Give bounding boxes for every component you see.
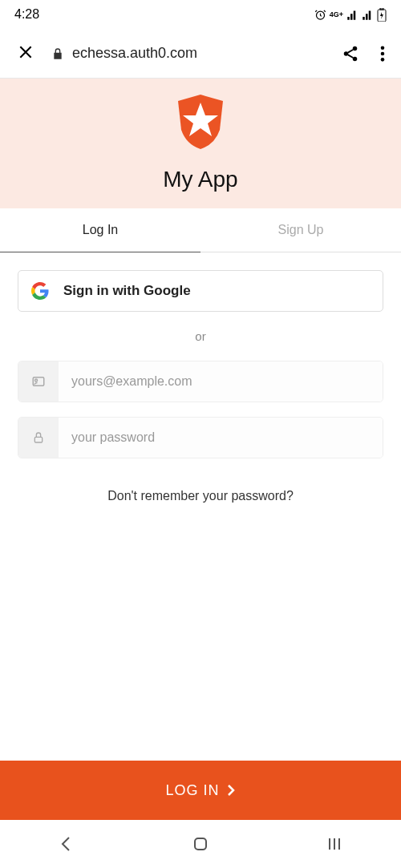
status-icons: 4G+ — [314, 8, 387, 22]
svg-rect-11 — [34, 437, 42, 442]
login-form: Sign in with Google or Don't remember yo… — [0, 252, 401, 521]
svg-point-7 — [381, 51, 385, 55]
close-icon[interactable] — [16, 42, 35, 65]
google-signin-label: Sign in with Google — [63, 283, 191, 299]
tab-signup[interactable]: Sign Up — [200, 208, 401, 252]
forgot-password-link[interactable]: Don't remember your password? — [18, 489, 383, 503]
url-bar[interactable]: echessa.auth0.com — [51, 45, 326, 62]
svg-point-5 — [353, 56, 358, 61]
app-title: My App — [163, 167, 237, 192]
network-type: 4G+ — [330, 10, 343, 18]
google-signin-button[interactable]: Sign in with Google — [18, 270, 383, 312]
url-text: echessa.auth0.com — [72, 45, 197, 62]
svg-rect-2 — [380, 8, 383, 10]
password-lock-icon — [18, 418, 59, 458]
more-icon[interactable] — [380, 45, 385, 63]
password-field-row — [18, 417, 383, 458]
share-icon[interactable] — [342, 45, 359, 63]
svg-point-4 — [344, 51, 349, 56]
chevron-right-icon — [226, 784, 236, 797]
email-field-row — [18, 361, 383, 402]
battery-icon — [377, 8, 387, 22]
app-header: My App — [0, 79, 401, 208]
email-icon — [18, 361, 59, 402]
nav-recent-icon[interactable] — [325, 834, 344, 854]
alarm-icon — [314, 9, 326, 21]
signal-icon-2 — [362, 9, 374, 21]
password-input[interactable] — [59, 418, 383, 458]
svg-point-3 — [353, 46, 358, 50]
nav-home-icon[interactable] — [191, 834, 210, 854]
browser-bar: echessa.auth0.com — [0, 29, 401, 79]
google-icon — [31, 282, 49, 300]
login-submit-button[interactable]: LOG IN — [0, 761, 401, 820]
lock-icon — [51, 46, 64, 61]
svg-rect-12 — [195, 838, 206, 850]
auth-tabs: Log In Sign Up — [0, 208, 401, 252]
nav-back-icon[interactable] — [57, 834, 76, 854]
status-time: 4:28 — [14, 7, 39, 22]
or-divider: or — [18, 329, 383, 343]
status-bar: 4:28 4G+ — [0, 0, 401, 29]
auth0-logo-icon — [175, 93, 226, 151]
system-nav-bar — [0, 820, 401, 868]
svg-point-6 — [381, 46, 385, 50]
svg-point-8 — [381, 58, 385, 62]
signal-icon — [346, 9, 358, 21]
login-submit-label: LOG IN — [165, 782, 219, 799]
svg-point-10 — [35, 379, 38, 382]
tab-login[interactable]: Log In — [0, 208, 200, 252]
email-input[interactable] — [59, 361, 383, 402]
